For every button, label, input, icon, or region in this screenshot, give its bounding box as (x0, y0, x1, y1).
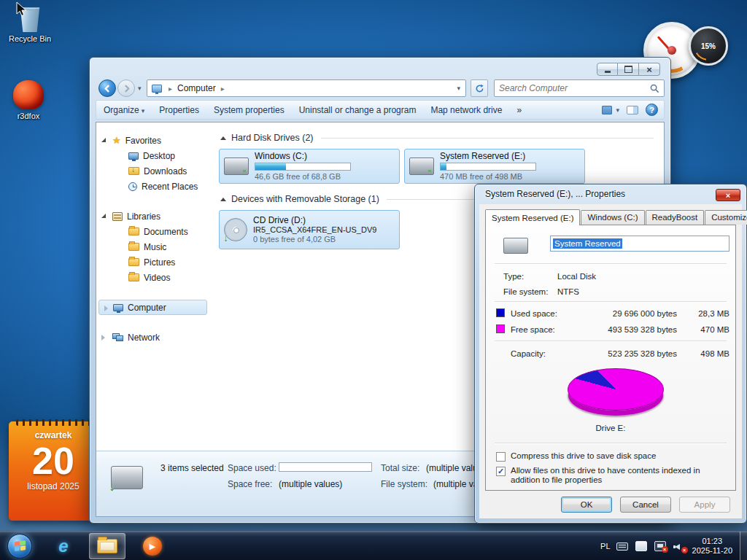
drive-tile-system-reserved-e[interactable]: System Reserved (E:) 470 MB free of 498 … (404, 149, 585, 184)
cancel-button[interactable]: Cancel (620, 497, 671, 513)
index-contents-option[interactable]: Allow files on this drive to have conten… (496, 466, 728, 485)
sidebar-item-videos[interactable]: Videos (96, 270, 212, 285)
system-tray: PL × × 01:23 2025-11-20 (600, 532, 747, 560)
organize-button[interactable]: Organize▾ (96, 105, 152, 115)
recent-pages-chevron[interactable]: ▾ (138, 85, 142, 92)
close-button[interactable] (639, 63, 660, 76)
apply-button[interactable]: Apply (679, 497, 730, 513)
free-space-swatch (496, 324, 505, 333)
tab-windows-c[interactable]: Windows (C:) (581, 210, 644, 225)
folder-icon (97, 539, 117, 553)
breadcrumb-separator-icon: ▸ (165, 85, 176, 93)
calendar-gadget[interactable]: czwartek 20 listopad 2025 (9, 421, 98, 521)
preview-pane-icon[interactable] (627, 106, 638, 114)
command-bar: Organize▾ Properties System properties U… (96, 100, 665, 120)
show-desktop-button[interactable] (740, 532, 747, 560)
change-view-chevron-icon[interactable]: ▾ (616, 106, 619, 114)
sidebar-item-desktop[interactable]: Desktop (96, 148, 212, 163)
breadcrumb-item-computer[interactable]: Computer (176, 82, 217, 95)
breadcrumb[interactable]: ▸ Computer ▸ ▾ (147, 79, 466, 97)
back-button[interactable] (98, 79, 116, 97)
volume-name-field[interactable]: System Reserved (550, 236, 729, 252)
file-system-label: File system: (503, 287, 548, 296)
start-button[interactable] (7, 534, 32, 559)
search-input[interactable] (495, 83, 650, 93)
properties-dialog: System Reserved (E:), ... Properties × S… (474, 184, 747, 524)
collapse-chevron-icon[interactable] (220, 198, 226, 201)
desktop-icon-recycle-bin[interactable]: Recycle Bin (3, 4, 57, 43)
calendar-month-year: listopad 2025 (9, 481, 98, 491)
sidebar-label: Recent Places (142, 182, 198, 192)
minimize-button[interactable] (597, 63, 618, 76)
hard-drive-icon (224, 158, 249, 175)
sidebar-label: Computer (128, 303, 166, 313)
tray-app-icon[interactable] (635, 541, 647, 551)
sidebar-item-libraries[interactable]: Libraries (96, 209, 212, 224)
error-badge: × (662, 546, 668, 553)
ok-button[interactable]: OK (561, 497, 612, 513)
sidebar-item-computer[interactable]: Computer (98, 300, 207, 315)
sidebar-item-favorites[interactable]: ★ Favorites (96, 133, 212, 148)
expander-icon[interactable] (101, 335, 105, 341)
map-network-drive-button[interactable]: Map network drive (423, 105, 509, 115)
refresh-button[interactable] (471, 79, 488, 97)
toolbar-overflow-button[interactable]: » (509, 105, 529, 115)
search-box[interactable] (494, 79, 665, 97)
tab-customize[interactable]: Customize (705, 210, 747, 225)
capacity-bar-fill (255, 163, 286, 170)
language-indicator[interactable]: PL (600, 542, 610, 551)
taskbar-item-internet-explorer[interactable]: e (47, 533, 80, 559)
compress-drive-option[interactable]: Compress this drive to save disk space (496, 451, 728, 462)
back-arrow-icon (104, 85, 112, 93)
expander-icon[interactable] (101, 138, 106, 142)
volume-name-value: System Reserved (553, 238, 622, 249)
used-space-swatch (496, 308, 505, 317)
sidebar-item-pictures[interactable]: Pictures (96, 254, 212, 270)
sidebar-label: Documents (144, 227, 188, 237)
compress-checkbox[interactable] (496, 452, 506, 462)
chevron-down-icon: ▾ (142, 107, 145, 114)
r3dfox-label: r3dfox (1, 112, 55, 120)
type-value: Local Disk (557, 272, 596, 281)
memory-gauge[interactable]: 15% (689, 26, 728, 66)
tab-readyboost[interactable]: ReadyBoost (646, 210, 705, 225)
group-rule (321, 138, 654, 139)
expander-icon[interactable] (104, 306, 108, 311)
breadcrumb-dropdown-icon[interactable]: ▾ (452, 85, 465, 92)
dialog-title[interactable]: System Reserved (E:), ... Properties (485, 189, 625, 199)
expander-icon[interactable] (101, 214, 106, 218)
system-properties-button[interactable]: System properties (206, 105, 292, 115)
taskbar-item-explorer-active[interactable] (89, 533, 125, 559)
maximize-button[interactable] (618, 63, 639, 76)
properties-button[interactable]: Properties (152, 105, 206, 115)
dialog-close-button[interactable]: × (716, 189, 740, 201)
sidebar-item-downloads[interactable]: Downloads (96, 163, 212, 179)
sidebar-item-recent-places[interactable]: Recent Places (96, 179, 212, 194)
group-header-hard-disks[interactable]: Hard Disk Drives (2) (220, 133, 654, 143)
taskbar-item-media-player[interactable]: ▶ (136, 533, 169, 559)
forward-button[interactable] (117, 79, 135, 97)
volume-tray-icon[interactable]: × (673, 541, 685, 551)
drive-tile-windows-c[interactable]: Windows (C:) 46,6 GB free of 68,8 GB (219, 149, 400, 184)
keyboard-layout-icon[interactable] (616, 542, 628, 551)
search-icon[interactable] (650, 84, 659, 93)
sidebar-item-network[interactable]: Network (96, 330, 212, 345)
tab-page-general: System Reserved Type: Local Disk File sy… (485, 225, 736, 491)
sidebar-label: Favorites (125, 136, 161, 146)
index-checkbox[interactable] (496, 467, 506, 476)
sidebar-item-documents[interactable]: Documents (96, 224, 212, 239)
desktop-icon-r3dfox[interactable]: r3dfox (1, 80, 55, 120)
calendar-weekday: czwartek (9, 421, 98, 440)
taskbar-clock[interactable]: 01:23 2025-11-20 (692, 537, 732, 556)
address-bar: ▾ ▸ Computer ▸ ▾ (96, 78, 665, 98)
drive-tile-cd-d[interactable]: CD Drive (D:) IR5_CCSA_X64FRE_EN-US_DV9 … (219, 210, 400, 249)
help-icon[interactable]: ? (646, 104, 658, 116)
tab-system-reserved[interactable]: System Reserved (E:) (485, 209, 580, 225)
change-view-icon[interactable] (602, 106, 612, 114)
used-space-size: 28,3 MB (684, 309, 729, 318)
collapse-chevron-icon[interactable] (220, 136, 226, 140)
network-tray-icon[interactable]: × (654, 541, 666, 551)
sidebar-item-music[interactable]: Music (96, 239, 212, 254)
uninstall-program-button[interactable]: Uninstall or change a program (292, 105, 424, 115)
desktop-icon (128, 152, 139, 160)
